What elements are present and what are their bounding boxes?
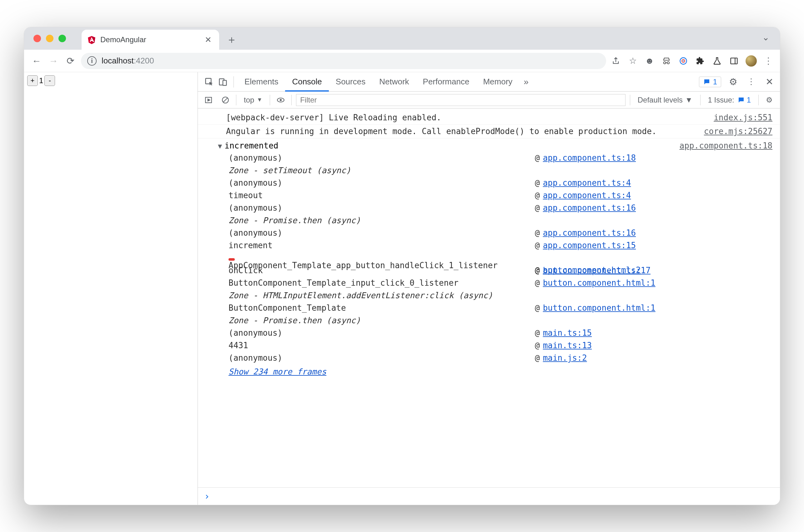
devtools-tabbar: Elements Console Sources Network Perform… <box>198 72 780 92</box>
decrement-button[interactable]: - <box>44 75 55 86</box>
stack-zone: Zone - Promise.then (async) <box>229 214 361 227</box>
tab-sources[interactable]: Sources <box>329 72 372 92</box>
issues-badge[interactable]: 1 <box>699 77 721 87</box>
svg-point-4 <box>683 60 684 61</box>
disclosure-triangle-icon[interactable]: ▼ <box>218 141 225 151</box>
console-source-link[interactable]: index.js:551 <box>708 112 772 124</box>
clear-console-icon[interactable] <box>219 94 232 106</box>
levels-label: Default levels <box>638 96 683 104</box>
tab-network[interactable]: Network <box>372 72 416 92</box>
stack-source-link[interactable]: app.component.ts:16 <box>543 227 636 239</box>
live-expression-icon[interactable] <box>274 94 287 106</box>
counter-value: 1 <box>38 76 44 85</box>
browser-window: DemoAngular ✕ ＋ ⌄ ← → ⟳ i localhost:4200… <box>24 27 780 505</box>
console-sidebar-toggle-icon[interactable] <box>202 94 215 106</box>
stack-trace: (anonymous) @app.component.ts:18 Zone - … <box>205 152 772 364</box>
page-viewport: + 1 - <box>24 72 198 505</box>
stack-source-link[interactable]: app.component.ts:16 <box>543 202 636 214</box>
reload-button[interactable]: ⟳ <box>64 55 77 67</box>
url-port: :4200 <box>134 56 154 65</box>
forward-button[interactable]: → <box>47 55 60 67</box>
tab-memory[interactable]: Memory <box>476 72 519 92</box>
console-source-link[interactable]: core.mjs:25627 <box>698 125 772 137</box>
tab-console[interactable]: Console <box>285 72 328 92</box>
stack-frame: ButtonComponent_Template <box>229 302 346 314</box>
console-message: [webpack-dev-server] Live Reloading enab… <box>226 112 708 124</box>
stack-source-link[interactable]: button.component.html:1 <box>543 302 655 314</box>
log-levels-selector[interactable]: Default levels ▼ <box>635 96 696 104</box>
stack-source-link[interactable]: app.component.ts:4 <box>543 177 631 189</box>
device-toolbar-icon[interactable] <box>216 75 230 89</box>
site-info-icon[interactable]: i <box>87 56 97 65</box>
tabs-overflow-icon[interactable]: » <box>519 77 533 87</box>
stack-frame: 4431 <box>229 339 248 352</box>
console-group: ▼ incremented app.component.ts:18 (anony… <box>198 138 780 382</box>
svg-point-15 <box>280 99 282 101</box>
profile-avatar[interactable] <box>746 55 757 66</box>
console-filter-input[interactable] <box>296 94 626 106</box>
stack-frame: (anonymous) <box>229 152 282 164</box>
address-bar[interactable]: i localhost:4200 <box>81 53 606 69</box>
stack-source-link[interactable]: app.component.ts:4 <box>543 189 631 202</box>
back-button[interactable]: ← <box>30 55 43 67</box>
inspect-element-icon[interactable] <box>202 75 216 89</box>
stack-source-link[interactable]: main.js:2 <box>543 352 587 364</box>
bookmark-star-icon[interactable]: ☆ <box>627 56 638 66</box>
devtools-settings-icon[interactable]: ⚙ <box>727 76 739 88</box>
stack-source-link[interactable]: button.component.ts:17 <box>543 264 651 277</box>
stack-source-link[interactable]: app.component.ts:15 <box>543 240 636 252</box>
svg-rect-9 <box>223 80 226 86</box>
stack-frame: (anonymous) <box>229 352 282 364</box>
new-tab-button[interactable]: ＋ <box>223 31 241 49</box>
extension-incognito-icon[interactable] <box>661 56 672 66</box>
extensions-puzzle-icon[interactable] <box>695 56 706 66</box>
issues-summary[interactable]: 1 Issue: 1 <box>705 96 754 104</box>
console-prompt[interactable]: › <box>198 487 780 505</box>
execution-context-selector[interactable]: top ▼ <box>241 96 265 104</box>
stack-source-link[interactable]: main.ts:15 <box>543 327 592 339</box>
issues-count: 1 <box>747 96 751 104</box>
extension-flask-icon[interactable] <box>712 56 722 66</box>
console-message-row: Angular is running in development mode. … <box>198 125 780 138</box>
console-settings-icon[interactable]: ⚙ <box>763 94 776 106</box>
window-minimize-dot[interactable] <box>46 35 54 42</box>
stack-frame: increment <box>229 240 273 252</box>
devtools-menu-icon[interactable]: ⋮ <box>745 76 758 88</box>
increment-button[interactable]: + <box>27 75 38 86</box>
stack-frame: timeout <box>229 189 263 202</box>
content-area: + 1 - Elements Console Sources Network <box>24 72 780 505</box>
extension-panel-icon[interactable] <box>729 56 739 66</box>
console-source-link[interactable]: app.component.ts:18 <box>679 140 772 152</box>
stack-frame: (anonymous) <box>229 327 282 339</box>
console-output: [webpack-dev-server] Live Reloading enab… <box>198 109 780 487</box>
url-host: localhost <box>101 56 134 65</box>
svg-rect-5 <box>731 58 738 64</box>
stack-source-link[interactable]: main.ts:13 <box>543 339 592 352</box>
window-zoom-dot[interactable] <box>58 35 66 42</box>
extension-skull-icon[interactable]: ☻ <box>644 56 655 66</box>
console-message: Angular is running in development mode. … <box>226 125 698 137</box>
issues-badge-count: 1 <box>713 77 717 86</box>
browser-menu-icon[interactable]: ⋮ <box>763 56 774 66</box>
console-toolbar: top ▼ Default levels ▼ 1 Issue: <box>198 92 780 109</box>
stack-source-link[interactable]: button.component.html:1 <box>543 277 655 289</box>
browser-tab[interactable]: DemoAngular ✕ <box>82 30 219 50</box>
show-more-frames-link[interactable]: Show 234 more frames <box>205 364 772 382</box>
window-close-dot[interactable] <box>34 35 41 42</box>
share-icon[interactable] <box>611 56 621 66</box>
traffic-lights <box>34 35 66 42</box>
tab-performance[interactable]: Performance <box>416 72 476 92</box>
extension-target-icon[interactable] <box>678 56 689 66</box>
context-label: top <box>244 96 254 104</box>
tab-strip: DemoAngular ✕ ＋ ⌄ <box>24 27 780 50</box>
stack-source-link[interactable]: app.component.ts:18 <box>543 152 636 164</box>
stack-zone: Zone - Promise.then (async) <box>229 315 361 327</box>
counter-widget: + 1 - <box>27 75 55 86</box>
tab-close-icon[interactable]: ✕ <box>203 35 213 45</box>
devtools-close-icon[interactable]: ✕ <box>763 76 776 88</box>
tab-overflow-icon[interactable]: ⌄ <box>762 32 777 45</box>
angular-icon <box>87 35 96 44</box>
stack-frame: ButtonComponent_Template_input_click_0_l… <box>229 277 459 289</box>
tab-elements[interactable]: Elements <box>237 72 285 92</box>
stack-frame: (anonymous) <box>229 177 282 189</box>
